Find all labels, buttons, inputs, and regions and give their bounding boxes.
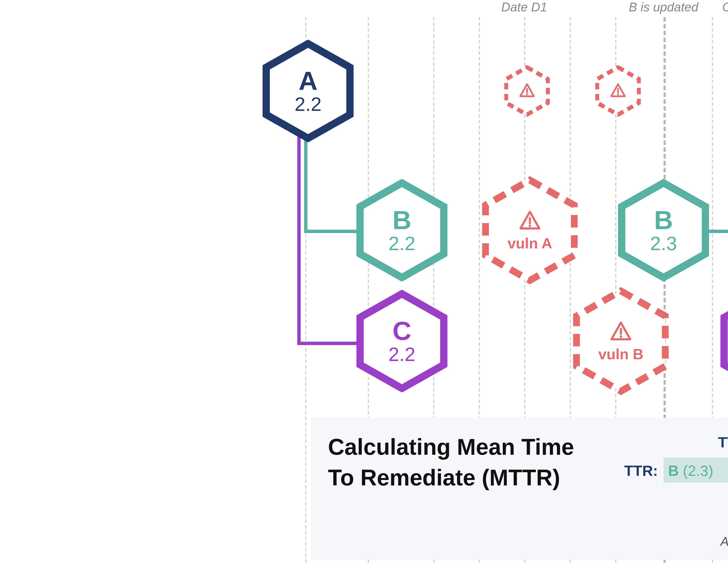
vuln-a-node: vuln A	[482, 176, 578, 284]
ttr-c-label: TTR:	[675, 434, 728, 451]
svg-point-8	[526, 93, 528, 95]
node-version: 2.3	[650, 234, 677, 254]
mttr-diagram: Date D1 B is updated C is updated Date D…	[243, 0, 728, 577]
node-name: C	[392, 317, 411, 345]
node-b-2-2: B 2.2	[357, 179, 447, 281]
panel-title: Calculating Mean Time To Remediate (MTTR…	[328, 432, 578, 493]
connector-a-c-left	[297, 342, 361, 345]
node-name: A	[298, 67, 317, 94]
vuln-label: vuln B	[598, 347, 644, 362]
alert-icon	[609, 82, 627, 100]
vuln-label: vuln A	[508, 236, 552, 252]
node-a-2-2: A 2.2	[263, 40, 354, 142]
vuln-b-node: vuln B	[573, 287, 669, 395]
ttr-b-pkg: B	[668, 462, 679, 479]
ttr-b-value: B (2.3)	[668, 462, 713, 480]
alert-icon	[518, 82, 536, 100]
ttr-b-label: TTR:	[581, 462, 658, 480]
node-version: 2.2	[295, 94, 321, 115]
node-c-2-3: C 2.3	[721, 290, 728, 392]
vuln-marker-a-small-1	[504, 65, 550, 116]
connector-a-b-left	[304, 230, 361, 233]
node-name: B	[654, 207, 673, 234]
ttr-prefix: TTR:	[624, 462, 658, 479]
svg-point-11	[617, 93, 619, 95]
mttr-subtitle: Average of TTR: B and C	[721, 534, 728, 549]
ttr-prefix: TTR:	[718, 434, 728, 451]
mttr-panel: Calculating Mean Time To Remediate (MTTR…	[311, 418, 728, 560]
node-b-2-3: B 2.3	[618, 179, 709, 281]
node-c-2-2: C 2.2	[357, 290, 447, 392]
alert-icon	[517, 209, 542, 234]
alert-icon	[608, 320, 633, 345]
timeline-label-d1: Date D1	[501, 0, 547, 15]
svg-point-17	[620, 336, 622, 338]
vuln-marker-a-small-2	[595, 65, 641, 116]
timeline-label-c-updated: C is updated	[722, 0, 728, 15]
ttr-b-ver: (2.3)	[683, 462, 713, 479]
timeline-label-b-updated: B is updated	[629, 0, 698, 15]
svg-point-14	[528, 225, 531, 227]
node-name: B	[392, 207, 411, 234]
node-version: 2.2	[388, 345, 415, 365]
node-version: 2.2	[388, 234, 415, 254]
connector-a-c-left	[297, 122, 301, 345]
